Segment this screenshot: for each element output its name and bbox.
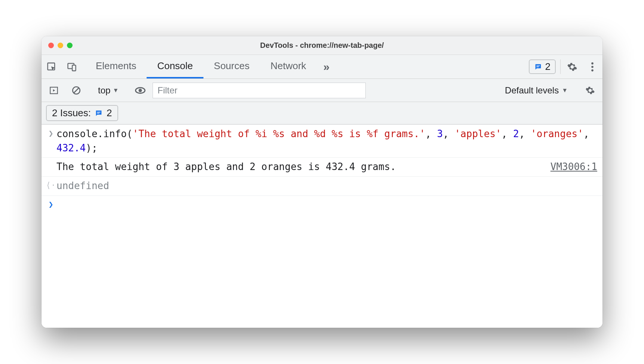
titlebar: DevTools - chrome://new-tab-page/ — [42, 36, 602, 55]
tab-elements[interactable]: Elements — [85, 55, 147, 78]
tab-console[interactable]: Console — [147, 55, 203, 78]
minimize-icon[interactable] — [58, 43, 63, 48]
console-area: ❯ console.info('The total weight of %i %… — [42, 124, 602, 328]
svg-point-12 — [139, 89, 142, 92]
console-input-row: ❯ console.info('The total weight of %i %… — [42, 124, 602, 158]
close-icon[interactable] — [48, 43, 54, 48]
svg-rect-13 — [97, 112, 100, 112]
console-prompt-input[interactable] — [56, 198, 597, 212]
console-output-text: The total weight of 3 apples and 2 orang… — [56, 160, 544, 174]
inspect-element-icon[interactable] — [42, 62, 62, 72]
window-title: DevTools - chrome://new-tab-page/ — [42, 41, 602, 50]
settings-gear-icon[interactable] — [562, 62, 582, 72]
chevron-down-icon: ▼ — [113, 87, 119, 94]
chat-icon — [534, 63, 542, 71]
svg-rect-2 — [72, 65, 76, 71]
console-settings-gear-icon[interactable] — [580, 86, 600, 95]
issues-chip-count: 2 — [107, 107, 112, 119]
context-label: top — [98, 85, 110, 96]
prompt-chevron-icon: ❯ — [48, 200, 53, 209]
log-levels-selector[interactable]: Default levels ▼ — [500, 85, 572, 96]
source-link[interactable]: VM3006:1 — [551, 160, 597, 174]
issues-chip[interactable]: 2 Issues: 2 — [46, 105, 118, 121]
devtools-window: DevTools - chrome://new-tab-page/ Elemen… — [42, 36, 602, 328]
svg-rect-3 — [536, 65, 540, 66]
zoom-icon[interactable] — [67, 43, 73, 48]
tab-network[interactable]: Network — [260, 55, 316, 78]
chat-icon — [95, 109, 103, 117]
separator — [560, 59, 561, 74]
console-prompt-row[interactable]: ❯ — [42, 196, 602, 215]
input-chevron-icon: ❯ — [48, 129, 53, 138]
tab-sources[interactable]: Sources — [203, 55, 260, 78]
issues-counter[interactable]: 2 — [529, 59, 556, 74]
clear-console-icon[interactable] — [66, 86, 86, 95]
console-input-code[interactable]: console.info('The total weight of %i %s … — [56, 127, 597, 155]
svg-rect-14 — [97, 113, 99, 113]
console-return-value: undefined — [56, 179, 597, 193]
device-toggle-icon[interactable] — [62, 62, 82, 72]
issues-label: 2 Issues: — [52, 107, 91, 119]
svg-line-10 — [74, 88, 79, 93]
console-toolbar: top ▼ Default levels ▼ — [42, 79, 602, 102]
console-output-row: The total weight of 3 apples and 2 orang… — [42, 158, 602, 177]
more-tabs-icon[interactable]: » — [317, 55, 337, 78]
svg-point-6 — [591, 66, 594, 68]
issues-count-text: 2 — [545, 61, 551, 73]
svg-point-5 — [591, 62, 594, 64]
console-return-row: ⟨· undefined — [42, 177, 602, 196]
kebab-menu-icon[interactable] — [582, 62, 602, 72]
issues-bar: 2 Issues: 2 — [42, 102, 602, 124]
svg-point-7 — [591, 69, 594, 71]
levels-label: Default levels — [505, 85, 559, 96]
context-selector[interactable]: top ▼ — [94, 85, 122, 96]
toggle-drawer-icon[interactable] — [44, 86, 64, 95]
svg-rect-4 — [536, 67, 539, 67]
live-expression-icon[interactable] — [130, 85, 150, 96]
tabs-left-section — [42, 55, 85, 78]
return-chevron-icon: ⟨· — [46, 181, 56, 190]
chevron-down-icon: ▼ — [562, 87, 568, 94]
traffic-lights — [48, 43, 73, 48]
tabs-row: ElementsConsoleSourcesNetwork » 2 — [42, 55, 602, 79]
filter-input[interactable] — [153, 83, 366, 98]
